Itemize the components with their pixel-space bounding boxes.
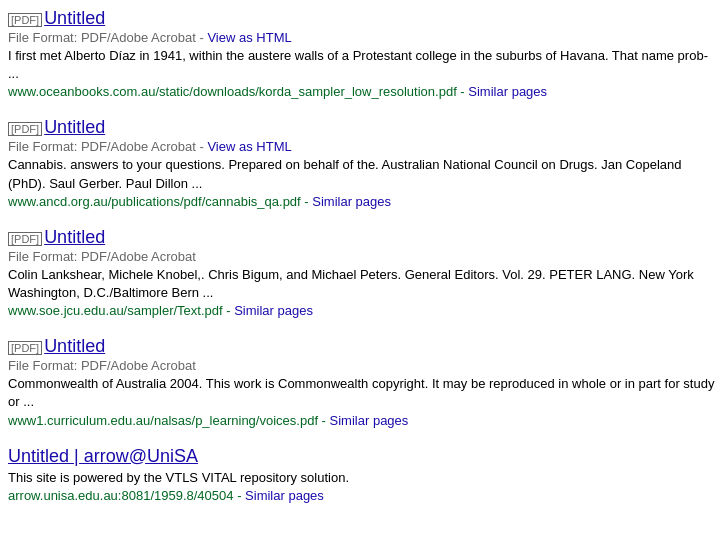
result-title: Untitled: [44, 12, 105, 27]
similar-pages: Similar pages: [245, 488, 324, 503]
pdf-badge: [PDF]: [8, 341, 42, 355]
pdf-badge: [PDF]: [8, 122, 42, 136]
result-title-link[interactable]: Untitled: [44, 117, 105, 137]
similar-pages-link[interactable]: Similar pages: [312, 194, 391, 209]
view-as-html-link[interactable]: View as HTML: [207, 139, 291, 154]
file-format: File Format: PDF/Adobe Acrobat - View as…: [8, 139, 720, 154]
view-as-html-link[interactable]: View as HTML: [207, 30, 291, 45]
file-format: File Format: PDF/Adobe Acrobat: [8, 249, 720, 264]
result-title-row: Untitled | arrow@UniSA: [8, 446, 720, 467]
similar-pages: Similar pages: [312, 194, 391, 209]
snippet: Cannabis. answers to your questions. Pre…: [8, 156, 720, 192]
url-link[interactable]: www.oceanbooks.com.au/static/downloads/k…: [8, 84, 457, 99]
similar-pages: Similar pages: [234, 303, 313, 318]
url-line: arrow.unisa.edu.au:8081/1959.8/40504 - S…: [8, 488, 720, 503]
result-item: [PDF]Untitled File Format: PDF/Adobe Acr…: [8, 8, 720, 99]
similar-pages-link[interactable]: Similar pages: [234, 303, 313, 318]
url-line: www.soe.jcu.edu.au/sampler/Text.pdf - Si…: [8, 303, 720, 318]
similar-pages-link[interactable]: Similar pages: [330, 413, 409, 428]
result-title: Untitled: [44, 231, 105, 246]
url-line: www1.curriculum.edu.au/nalsas/p_learning…: [8, 413, 720, 428]
url-link[interactable]: www.soe.jcu.edu.au/sampler/Text.pdf: [8, 303, 223, 318]
file-format: File Format: PDF/Adobe Acrobat - View as…: [8, 30, 720, 45]
result-item: [PDF]Untitled File Format: PDF/Adobe Acr…: [8, 117, 720, 208]
similar-pages: Similar pages: [468, 84, 547, 99]
result-title: Untitled | arrow@UniSA: [8, 450, 198, 465]
similar-pages-link[interactable]: Similar pages: [468, 84, 547, 99]
snippet: Commonwealth of Australia 2004. This wor…: [8, 375, 720, 411]
pdf-badge: [PDF]: [8, 232, 42, 246]
search-results: [PDF]Untitled File Format: PDF/Adobe Acr…: [8, 8, 720, 503]
result-title-row: [PDF]Untitled: [8, 8, 720, 29]
result-title-row: [PDF]Untitled: [8, 117, 720, 138]
url-line: www.oceanbooks.com.au/static/downloads/k…: [8, 84, 720, 99]
url-link[interactable]: arrow.unisa.edu.au:8081/1959.8/40504: [8, 488, 234, 503]
result-item: [PDF]Untitled File Format: PDF/Adobe Acr…: [8, 336, 720, 427]
result-title-link[interactable]: Untitled: [44, 8, 105, 28]
similar-pages: Similar pages: [330, 413, 409, 428]
result-item: [PDF]Untitled File Format: PDF/Adobe Acr…: [8, 227, 720, 318]
similar-pages-link[interactable]: Similar pages: [245, 488, 324, 503]
url-line: www.ancd.org.au/publications/pdf/cannabi…: [8, 194, 720, 209]
snippet: Colin Lankshear, Michele Knobel,. Chris …: [8, 266, 720, 302]
result-title-link[interactable]: Untitled | arrow@UniSA: [8, 446, 198, 466]
result-title-link[interactable]: Untitled: [44, 336, 105, 356]
result-title: Untitled: [44, 340, 105, 355]
url-link[interactable]: www.ancd.org.au/publications/pdf/cannabi…: [8, 194, 301, 209]
url-link[interactable]: www1.curriculum.edu.au/nalsas/p_learning…: [8, 413, 318, 428]
snippet: I first met Alberto Díaz in 1941, within…: [8, 47, 720, 83]
pdf-badge: [PDF]: [8, 13, 42, 27]
result-title-row: [PDF]Untitled: [8, 336, 720, 357]
result-item: Untitled | arrow@UniSA This site is powe…: [8, 446, 720, 503]
result-title-link[interactable]: Untitled: [44, 227, 105, 247]
snippet: This site is powered by the VTLS VITAL r…: [8, 469, 720, 487]
result-title-row: [PDF]Untitled: [8, 227, 720, 248]
result-title: Untitled: [44, 121, 105, 136]
file-format: File Format: PDF/Adobe Acrobat: [8, 358, 720, 373]
